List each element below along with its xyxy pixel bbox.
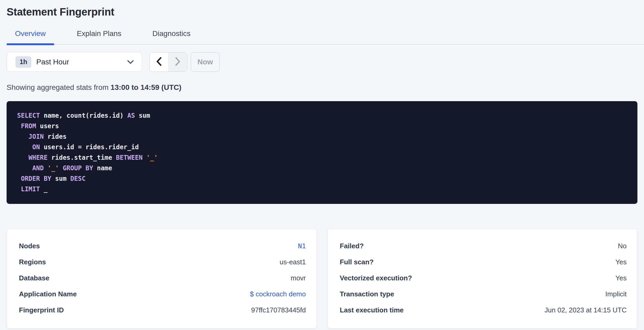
prev-time-window-button[interactable] xyxy=(150,53,168,71)
detail-label: Vectorized execution? xyxy=(340,274,412,282)
time-range-badge: 1h xyxy=(16,56,31,68)
detail-label: Fingerprint ID xyxy=(19,306,64,314)
detail-value: No xyxy=(618,242,627,250)
tab-bar: Overview Explain Plans Diagnostics xyxy=(7,29,644,45)
detail-value: Implicit xyxy=(605,290,627,298)
detail-cards: NodesN1Regionsus-east1DatabasemovrApplic… xyxy=(7,229,637,328)
detail-label: Transaction type xyxy=(340,290,394,298)
aggregated-stats-text: Showing aggregated stats from 13:00 to 1… xyxy=(7,83,637,92)
next-time-window-button[interactable] xyxy=(168,53,187,71)
sql-line: JOIN rides xyxy=(17,131,627,142)
detail-value: us-east1 xyxy=(280,258,306,266)
tab-diagnostics[interactable]: Diagnostics xyxy=(144,29,199,44)
detail-label: Full scan? xyxy=(340,258,374,266)
detail-row: Vectorized execution?Yes xyxy=(340,270,627,286)
detail-label: Last execution time xyxy=(340,306,404,314)
detail-label: Application Name xyxy=(19,290,77,298)
now-button[interactable]: Now xyxy=(191,52,220,72)
tab-explain-plans[interactable]: Explain Plans xyxy=(68,29,130,44)
detail-value: 97ffc170783445fd xyxy=(251,306,306,314)
detail-row: Application Name$ cockroach demo xyxy=(19,286,306,302)
stats-time-range: 13:00 to 14:59 (UTC) xyxy=(110,83,181,91)
sql-line: ON users.id = rides.rider_id xyxy=(17,142,627,152)
detail-row: NodesN1 xyxy=(19,238,306,254)
detail-row: Last execution timeJun 02, 2023 at 14:15… xyxy=(340,302,627,318)
sql-code: SELECT name, count(rides.id) AS sum FROM… xyxy=(17,110,627,194)
detail-row: Fingerprint ID97ffc170783445fd xyxy=(19,302,306,318)
time-range-label: Past Hour xyxy=(36,58,69,66)
detail-label: Nodes xyxy=(19,242,40,250)
sql-line: ORDER BY sum DESC xyxy=(17,173,627,184)
sql-statement-block: SELECT name, count(rides.id) AS sum FROM… xyxy=(7,101,637,204)
chevron-down-icon xyxy=(127,60,134,64)
chevron-left-icon xyxy=(156,57,162,67)
sql-line: WHERE rides.start_time BETWEEN '_' xyxy=(17,152,627,163)
time-range-select[interactable]: 1h Past Hour xyxy=(7,52,142,72)
detail-row: Transaction typeImplicit xyxy=(340,286,627,302)
execution-attributes-card: Failed?NoFull scan?YesVectorized executi… xyxy=(328,229,638,328)
app-name-link[interactable]: $ cockroach demo xyxy=(250,290,306,298)
detail-label: Regions xyxy=(19,258,46,266)
detail-value: Yes xyxy=(616,274,627,282)
detail-value: Jun 02, 2023 at 14:15 UTC xyxy=(545,306,627,314)
statement-details-card: NodesN1Regionsus-east1DatabasemovrApplic… xyxy=(7,229,317,328)
sql-line: SELECT name, count(rides.id) AS sum xyxy=(17,110,627,121)
sql-line: FROM users xyxy=(17,121,627,131)
statement-fingerprint-page: Statement Fingerprint Overview Explain P… xyxy=(0,0,644,330)
detail-row: Regionsus-east1 xyxy=(19,254,306,270)
time-window-pager xyxy=(149,52,187,72)
page-title: Statement Fingerprint xyxy=(7,5,637,18)
detail-row: Full scan?Yes xyxy=(340,254,627,270)
detail-row: Databasemovr xyxy=(19,270,306,286)
sql-line: AND '_' GROUP BY name xyxy=(17,163,627,173)
detail-label: Database xyxy=(19,274,49,282)
chevron-right-icon xyxy=(175,57,181,67)
node-link[interactable]: N1 xyxy=(298,242,306,250)
time-controls: 1h Past Hour xyxy=(7,52,637,72)
statement-details-rows: NodesN1Regionsus-east1DatabasemovrApplic… xyxy=(19,238,306,318)
detail-row: Failed?No xyxy=(340,238,627,254)
detail-label: Failed? xyxy=(340,242,364,250)
detail-value: movr xyxy=(291,274,306,282)
tab-overview[interactable]: Overview xyxy=(7,29,54,44)
execution-attributes-rows: Failed?NoFull scan?YesVectorized executi… xyxy=(340,238,627,318)
sql-line: LIMIT _ xyxy=(17,184,627,194)
detail-value: Yes xyxy=(616,258,627,266)
